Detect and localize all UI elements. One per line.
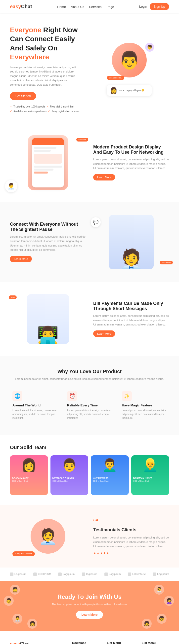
connect-image: 🧑‍💼 Top Rated 💬	[93, 215, 169, 269]
footer-logo-part2: Chat	[20, 641, 30, 644]
nav-services[interactable]: Services	[89, 4, 101, 9]
footer-menu1-col: List Menu Home Page About Us Our Service	[107, 641, 134, 644]
team-name-3: Guy Hawkins	[91, 475, 129, 480]
team-cards: 👩 Arlene McCoy CEO of EasyChat 👨 Savanna…	[10, 455, 169, 495]
cta-av-3: 👩‍💼	[13, 614, 22, 624]
hero-heading: Everyone Right Now Can Connect Easily An…	[10, 26, 90, 62]
hero-person-icon: 👨	[119, 50, 140, 70]
team-avatar-3: 👨‍🦱	[91, 455, 129, 475]
product-section: Available 👨‍💼 Modern Product Design Disp…	[0, 123, 179, 202]
hero-badge-4: ✓Easy registration process	[48, 110, 79, 113]
product-learn-more-button[interactable]: Learn More	[93, 174, 115, 180]
logo-icon-3	[58, 572, 62, 576]
team-role-1: CEO of EasyChat	[10, 480, 48, 484]
cta-av-2: 👨	[4, 596, 14, 606]
hero-cta-button[interactable]: Get Started	[10, 92, 36, 100]
testimonials-section: 🧑‍💼 EasyChat Member ““ Testimonials Clie…	[0, 505, 179, 568]
hero-happy-card: 👩 I'm so happy with you 😊	[107, 85, 152, 96]
footer-brand: easyChat EasyChat helps us to interact, …	[10, 641, 65, 644]
why-section: Why You Love Our Product Lorem ipsum dol…	[0, 356, 179, 435]
connect-tag: Top Rated	[160, 261, 173, 264]
hero-text: Everyone Right Now Can Connect Easily An…	[10, 26, 90, 113]
logo-icon-7	[153, 572, 156, 576]
why-description: Lorem ipsum dolor sit amet, consectetur …	[10, 377, 169, 381]
footer-top: easyChat EasyChat helps us to interact, …	[10, 641, 169, 644]
team-name-2: Savannah Nguyen	[51, 475, 89, 480]
check-icon-2: ✓	[47, 105, 49, 108]
footer-download-title: Download	[72, 641, 99, 644]
logo-part2: Chat	[21, 4, 32, 9]
footer-download-col: Download Apple Store ▶ Google Play ⊞ Win…	[72, 641, 99, 644]
product-description: Lorem ipsum dolor sit amet, consectetur …	[93, 158, 169, 170]
team-name-4: Courtney Henry	[131, 475, 169, 480]
check-icon-4: ✓	[48, 110, 50, 113]
bill-image: 👨‍💻 New	[10, 294, 86, 344]
test-stars: ★★★★★	[93, 551, 169, 555]
why-title-2: Reliable Every Time	[67, 404, 112, 407]
bill-tag: New	[9, 296, 17, 299]
hero-description: Lorem ipsum dolor sit amet, consectetur …	[10, 65, 80, 87]
hero-happy-text: I'm so happy with you 😊	[119, 89, 144, 92]
team-avatar-2: 👨	[51, 455, 89, 475]
logo-icon-1	[10, 572, 14, 576]
hero-section: Everyone Right Now Can Connect Easily An…	[0, 13, 179, 123]
test-title: Testimonials Clients	[93, 527, 169, 532]
cta-content: Ready To Join With Us The best app to co…	[52, 593, 127, 619]
logos-section: Logipsum LOGIPSUM Logipsum logipsum Logi…	[0, 568, 179, 581]
product-title: Modern Product Design Display And Easy T…	[93, 144, 169, 155]
team-name-1: Arlene McCoy	[10, 475, 48, 480]
nav-home[interactable]: Home	[57, 4, 66, 9]
product-phone-bg	[28, 135, 68, 190]
signup-button[interactable]: Sign Up	[150, 3, 169, 10]
bill-section: 👨‍💻 New Bill Payments Can Be Made Only T…	[0, 282, 179, 356]
nav-page[interactable]: Page	[106, 4, 114, 9]
login-button[interactable]: Login	[139, 5, 147, 8]
bill-description: Lorem ipsum dolor sit amet, consectetur …	[93, 314, 169, 327]
nav-logo: easyChat	[10, 4, 32, 10]
nav-actions: Login Sign Up	[139, 3, 169, 10]
hero-badge-2: ✓Free trial 1 month first	[47, 105, 74, 108]
cta-button[interactable]: Learn More	[76, 611, 103, 619]
footer-menu2-title: List Menu	[142, 641, 169, 644]
bill-learn-more-button[interactable]: Learn More	[93, 330, 115, 337]
hero-mini-avatar: 👦	[145, 43, 154, 52]
why-desc-1: Lorem ipsum dolor sit amet, consectetur …	[13, 409, 57, 420]
team-title: Our Solid Team	[10, 445, 169, 450]
cta-section: 👩 👨 👩‍💼 🧑 👨‍💼 👩‍🦱 👦 👧 Ready To Join With…	[0, 581, 179, 631]
hero-badge-1: ✓Trusted by over 1000 people	[10, 105, 45, 108]
team-role-3: CEO of EasyChat	[91, 480, 129, 484]
test-badge: EasyChat Member	[13, 552, 35, 556]
team-card-2: 👨 Savannah Nguyen CEO of EasyChat	[51, 455, 89, 495]
product-tag: Available	[76, 138, 88, 142]
bill-person-card: 👨‍💻	[27, 294, 69, 344]
test-person-icon: 🧑‍💼	[39, 528, 57, 545]
connect-person-card: 🧑‍💼	[109, 215, 154, 269]
cta-title: Ready To Join With Us	[52, 593, 127, 600]
nav-about[interactable]: About Us	[71, 4, 84, 9]
logo-2: LOGIPSUM	[33, 572, 51, 576]
cta-av-1: 👩	[10, 585, 20, 594]
connect-title: Connect With Everyone Without The Slight…	[10, 222, 86, 232]
cta-av-5: 👨‍💼	[154, 585, 164, 594]
team-role-2: CEO of EasyChat	[51, 480, 89, 484]
product-person-icon: 👨‍💼	[5, 180, 18, 192]
logo-icon-6	[128, 572, 131, 576]
why-title: Why You Love Our Product	[10, 369, 169, 374]
connect-section: Connect With Everyone Without The Slight…	[0, 202, 179, 282]
logo-part1: easy	[10, 4, 21, 9]
connect-text: Connect With Everyone Without The Slight…	[10, 222, 86, 262]
hero-badges: ✓Trusted by over 1000 people ✓Free trial…	[10, 105, 90, 113]
cta-description: The best app to connect with people thro…	[52, 603, 127, 606]
logo-6: LOGIPSUM	[128, 572, 145, 576]
why-cards: 🌐 Around The World Lorem ipsum dolor sit…	[10, 388, 169, 422]
footer: easyChat EasyChat helps us to interact, …	[0, 631, 179, 644]
hero-notif-bubble: Connected to...	[107, 75, 124, 80]
connect-learn-more-button[interactable]: Learn More	[10, 256, 32, 262]
why-desc-3: Lorem ipsum dolor sit amet, consectetur …	[122, 409, 166, 420]
team-role-4: CEO of EasyChat	[131, 480, 169, 484]
bill-person-icon: 👨‍💻	[37, 326, 59, 344]
why-card-2: ⏰ Reliable Every Time Lorem ipsum dolor …	[65, 388, 114, 422]
logo-3: Logipsum	[58, 572, 75, 576]
team-section: Our Solid Team 👩 Arlene McCoy CEO of Eas…	[0, 435, 179, 505]
why-card-1: 🌐 Around The World Lorem ipsum dolor sit…	[10, 388, 60, 422]
